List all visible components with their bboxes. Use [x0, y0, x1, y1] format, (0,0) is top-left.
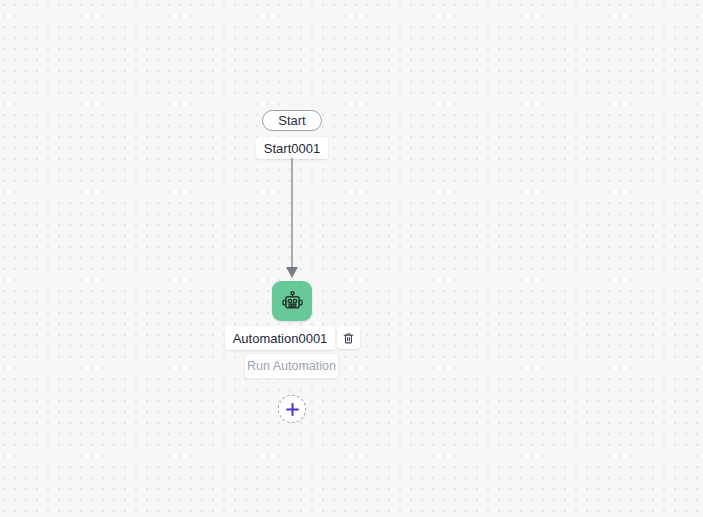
trash-icon: [342, 331, 355, 345]
add-node-button[interactable]: [278, 395, 306, 423]
workflow-canvas[interactable]: Start Start0001 Automation0001: [0, 0, 703, 517]
start-node-label: Start: [278, 113, 305, 128]
node-type-tooltip: Run Automation: [244, 353, 339, 379]
connector-arrow-icon: [285, 158, 299, 279]
automation-node-name[interactable]: Automation0001: [225, 326, 335, 350]
delete-node-button[interactable]: [337, 326, 360, 349]
start-node-name[interactable]: Start0001: [256, 137, 328, 159]
plus-icon: [285, 402, 300, 417]
start-node[interactable]: Start: [262, 110, 322, 131]
robot-icon: [280, 289, 305, 314]
automation-node[interactable]: [272, 281, 312, 321]
